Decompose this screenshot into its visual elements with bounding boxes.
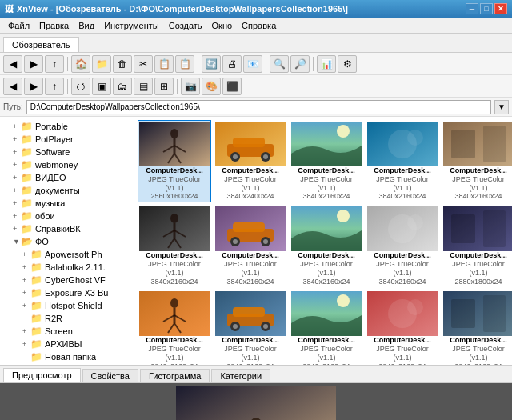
tree-item[interactable]: 📁Новая папка — [0, 350, 134, 363]
close-button[interactable]: ✕ — [494, 3, 507, 14]
tb-email[interactable]: 📧 — [243, 55, 262, 73]
tree-item[interactable]: +📁Software — [0, 146, 134, 158]
tree-expand-icon[interactable]: + — [22, 289, 30, 297]
address-input[interactable] — [26, 100, 491, 114]
thumbnail-item[interactable]: ComputerDesk...JPEG TrueColor (v1.1)3840… — [214, 120, 287, 202]
tree-item[interactable]: +📁CyberGhost VF — [0, 274, 134, 286]
tb-paste[interactable]: 📋 — [175, 55, 194, 73]
tree-item[interactable]: +📁Exposure X3 Bu — [0, 286, 134, 299]
tab-explorer[interactable]: Обозреватель — [3, 37, 79, 52]
tb-up[interactable]: ↑ — [45, 55, 64, 73]
thumbnail-item[interactable]: ComputerDesk...JPEG TrueColor (v1.1)3840… — [214, 290, 287, 365]
tree-expand-icon[interactable]: + — [13, 199, 21, 207]
bottom-tab-свойства[interactable]: Свойства — [82, 369, 138, 382]
tb-copy[interactable]: 📋 — [154, 55, 174, 73]
tree-item[interactable]: +📁ВИДЕО — [0, 171, 134, 184]
tb2-color[interactable]: 🎨 — [202, 78, 221, 95]
tb-forward[interactable]: ▶ — [24, 55, 43, 73]
thumbnail-item[interactable]: ComputerDesk...JPEG TrueColor (v1.1)3840… — [138, 290, 211, 365]
thumbnail-item[interactable]: ComputerDesk...JPEG TrueColor (v1.1)3840… — [290, 205, 363, 287]
tree-expand-icon[interactable]: + — [13, 212, 21, 220]
tree-folder-icon: 📁 — [21, 185, 33, 196]
tb-stats[interactable]: 📊 — [317, 55, 336, 73]
thumbnail-item[interactable]: ComputerDesk...JPEG TrueColor (v1.1)3840… — [442, 290, 512, 365]
menu-справка[interactable]: Справка — [237, 19, 281, 32]
thumbnail-item[interactable]: ComputerDesk...JPEG TrueColor (v1.1)3840… — [366, 290, 439, 365]
tb2-up[interactable]: ↑ — [45, 78, 64, 95]
menu-файл[interactable]: Файл — [3, 19, 34, 32]
thumbnail-item[interactable]: ComputerDesk...JPEG TrueColor (v1.1)2560… — [138, 120, 211, 202]
tree-expand-icon[interactable]: + — [13, 225, 21, 233]
tree-item[interactable]: +📁Apowersoft Ph — [0, 248, 134, 261]
tree-expand-icon[interactable]: + — [22, 327, 30, 335]
menu-создать[interactable]: Создать — [164, 19, 207, 32]
thumbnail-item[interactable]: ComputerDesk...JPEG TrueColor (v1.1)3840… — [214, 205, 287, 287]
thumbnail-item[interactable]: ComputerDesk...JPEG TrueColor (v1.1)3840… — [442, 120, 512, 202]
thumbnail-image — [291, 122, 362, 166]
tb-refresh[interactable]: 🔄 — [202, 55, 221, 73]
thumbnail-item[interactable]: ComputerDesk...JPEG TrueColor (v1.1)3840… — [290, 120, 363, 202]
tree-expand-icon[interactable]: + — [13, 148, 21, 156]
tree-item[interactable]: +📁музыка — [0, 197, 134, 210]
tree-item[interactable]: +📁Screen — [0, 325, 134, 338]
tree-item[interactable]: +📁Portable — [0, 120, 134, 133]
tree-folder-icon: 📁 — [21, 121, 33, 132]
tb-folder[interactable]: 📁 — [92, 55, 111, 73]
menu-правка[interactable]: Правка — [34, 19, 74, 32]
menu-вид[interactable]: Вид — [74, 19, 99, 32]
tree-item[interactable]: +📁webmoney — [0, 158, 134, 171]
tb-zoomin[interactable]: 🔍 — [270, 55, 289, 73]
thumbnail-item[interactable]: ComputerDesk...JPEG TrueColor (v1.1)2880… — [442, 205, 512, 287]
minimize-button[interactable]: ─ — [466, 3, 478, 14]
tree-expand-icon[interactable]: + — [22, 250, 30, 258]
tb2-back[interactable]: ◀ — [3, 78, 22, 95]
bottom-tab-категории[interactable]: Категории — [211, 369, 270, 382]
tree-item[interactable]: ▼📂ФО — [0, 235, 134, 248]
tree-expand-icon[interactable]: + — [13, 161, 21, 169]
tb-delete[interactable]: 🗑 — [113, 55, 132, 73]
tb2-camera[interactable]: 📷 — [181, 78, 200, 95]
tb-back[interactable]: ◀ — [3, 55, 22, 73]
tb-zoomout[interactable]: 🔎 — [290, 55, 310, 73]
tree-expand-icon[interactable]: + — [22, 263, 30, 271]
tree-expand-icon[interactable]: ▼ — [13, 238, 21, 246]
thumbnail-image — [139, 291, 210, 336]
tb-settings[interactable]: ⚙ — [338, 55, 357, 73]
bottom-tab-гистограмма[interactable]: Гистограмма — [140, 369, 210, 382]
tree-item[interactable]: +📁СправкиВК — [0, 222, 134, 235]
tree-item[interactable]: +📁документы — [0, 184, 134, 197]
tb2-view1[interactable]: ▣ — [92, 78, 111, 95]
tree-expand-icon[interactable]: + — [22, 276, 30, 284]
tb2-refresh[interactable]: ⭯ — [71, 78, 90, 95]
tree-item[interactable]: +📁обои — [0, 210, 134, 222]
tb-cut[interactable]: ✂ — [134, 55, 153, 73]
tree-expand-icon[interactable]: + — [13, 122, 21, 130]
tree-item[interactable]: 📁Новая папка ( — [0, 363, 134, 365]
tb2-forward[interactable]: ▶ — [24, 78, 43, 95]
tree-item[interactable]: +📁PotPlayer — [0, 133, 134, 146]
tree-expand-icon[interactable]: + — [13, 186, 21, 194]
tree-expand-icon[interactable]: + — [22, 340, 30, 348]
thumbnail-item[interactable]: ComputerDesk...JPEG TrueColor (v1.1)3840… — [366, 205, 439, 287]
tb2-view4[interactable]: ⊞ — [154, 78, 174, 95]
tree-item[interactable]: +📁Balabolka 2.11. — [0, 261, 134, 274]
menu-инструменты[interactable]: Инструменты — [99, 19, 164, 32]
maximize-button[interactable]: □ — [480, 3, 493, 14]
bottom-tab-предпросмотр[interactable]: Предпросмотр — [3, 368, 81, 382]
tree-item[interactable]: +📁Hotspot Shield — [0, 299, 134, 312]
address-go[interactable]: ▼ — [494, 100, 509, 114]
tree-item[interactable]: +📁АРХИВЫ — [0, 338, 134, 350]
thumbnail-item[interactable]: ComputerDesk...JPEG TrueColor (v1.1)3840… — [290, 290, 363, 365]
tree-expand-icon[interactable]: + — [13, 174, 21, 182]
tree-expand-icon[interactable]: + — [22, 302, 30, 310]
tb2-view3[interactable]: ▤ — [134, 78, 153, 95]
menu-окно[interactable]: Окно — [207, 19, 238, 32]
tb2-fill[interactable]: ⬛ — [222, 78, 242, 95]
thumbnail-item[interactable]: ComputerDesk...JPEG TrueColor (v1.1)3840… — [138, 205, 211, 287]
tree-expand-icon[interactable]: + — [13, 135, 21, 143]
thumbnail-item[interactable]: ComputerDesk...JPEG TrueColor (v1.1)3840… — [366, 120, 439, 202]
tb-print[interactable]: 🖨 — [222, 55, 242, 73]
tb-home[interactable]: 🏠 — [71, 55, 90, 73]
tree-item[interactable]: 📁R2R — [0, 312, 134, 325]
tb2-view2[interactable]: 🗂 — [113, 78, 132, 95]
